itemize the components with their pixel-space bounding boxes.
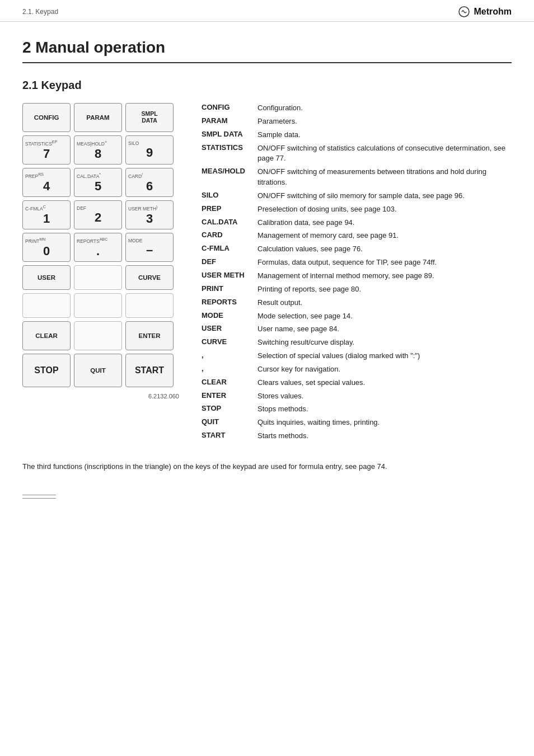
footer-text: The third functions (inscriptions in the… bbox=[22, 461, 504, 472]
desc-value: Result output. bbox=[257, 298, 512, 308]
desc-key-label: MODE bbox=[202, 311, 252, 320]
key-5[interactable]: CAL.DATA* 5 bbox=[74, 168, 122, 197]
key-user-label: USER bbox=[38, 274, 55, 281]
key-minus-number: – bbox=[146, 244, 153, 256]
desc-row: REPORTSResult output. bbox=[202, 298, 512, 308]
key-dot-top: REPORTSABC bbox=[77, 237, 107, 244]
desc-value: Starts methods. bbox=[257, 431, 512, 442]
key-4-top: PREPRS bbox=[25, 172, 44, 179]
logo-area: Metrohm bbox=[458, 6, 512, 18]
key-curve[interactable]: CURVE bbox=[125, 265, 174, 290]
desc-row: STOPStops methods. bbox=[202, 404, 512, 415]
key-user[interactable]: USER bbox=[22, 265, 71, 290]
key-config[interactable]: CONFIG bbox=[22, 103, 71, 132]
desc-key-label: CURVE bbox=[202, 337, 252, 346]
top-bar: 2.1. Keypad Metrohm bbox=[0, 0, 534, 22]
desc-value: Calibration data, see page 94. bbox=[257, 218, 512, 228]
key-stop-label: STOP bbox=[34, 365, 58, 375]
desc-key-label: SMPL DATA bbox=[202, 130, 252, 138]
keypad-grid: CONFIG PARAM SMPLDATA STATISTICSEP 7 MEA… bbox=[22, 103, 185, 387]
desc-key-label: PRINT bbox=[202, 284, 252, 293]
desc-row: PRINTPrinting of reports, see page 80. bbox=[202, 284, 512, 295]
bottom-rule-1 bbox=[22, 495, 56, 495]
desc-key-label: STOP bbox=[202, 404, 252, 412]
key-enter[interactable]: ENTER bbox=[125, 321, 174, 350]
key-nav-1 bbox=[22, 293, 71, 318]
desc-key-label: STATISTICS bbox=[202, 143, 252, 152]
key-smpl-data[interactable]: SMPLDATA bbox=[125, 103, 174, 132]
key-7-top: STATISTICSEP bbox=[25, 140, 57, 147]
desc-row: PARAMParameters. bbox=[202, 116, 512, 127]
key-param[interactable]: PARAM bbox=[74, 103, 122, 132]
key-9[interactable]: SILO 9 bbox=[125, 135, 174, 165]
bottom-rule-2 bbox=[22, 498, 56, 499]
key-0-top: PRINTMN bbox=[25, 237, 45, 244]
section-title: Keypad bbox=[41, 79, 81, 91]
key-start[interactable]: START bbox=[125, 354, 174, 387]
key-clear-label: CLEAR bbox=[35, 332, 58, 340]
desc-key-label: C-FMLA bbox=[202, 244, 252, 252]
key-5-top: CAL.DATA* bbox=[77, 172, 101, 179]
desc-value: Management of memory card, see page 91. bbox=[257, 231, 512, 241]
key-7-number: 7 bbox=[43, 148, 50, 160]
desc-row: DEFFormulas, data output, sequence for T… bbox=[202, 257, 512, 268]
desc-key-label: REPORTS bbox=[202, 298, 252, 306]
key-param-label: PARAM bbox=[86, 114, 109, 121]
key-8-number: 8 bbox=[95, 148, 101, 160]
desc-row: CURVESwitching result/curve display. bbox=[202, 337, 512, 348]
key-2-top: DEF bbox=[77, 206, 86, 211]
desc-row: MEAS/HOLDON/OFF switching of measurement… bbox=[202, 167, 512, 188]
key-dot[interactable]: REPORTSABC . bbox=[74, 233, 122, 262]
desc-value: Configuration. bbox=[257, 103, 512, 114]
desc-value: Management of internal method memory, se… bbox=[257, 271, 512, 281]
desc-value: Parameters. bbox=[257, 116, 512, 127]
chapter-title: Manual operation bbox=[35, 39, 165, 56]
desc-value: Switching result/curve display. bbox=[257, 337, 512, 348]
desc-value: User name, see page 84. bbox=[257, 324, 512, 335]
key-4-number: 4 bbox=[43, 180, 50, 192]
chapter-number: 2 bbox=[22, 39, 31, 56]
key-3-top: USER METH) bbox=[128, 205, 157, 212]
key-clear[interactable]: CLEAR bbox=[22, 321, 71, 350]
desc-key-label: CARD bbox=[202, 231, 252, 239]
key-6-number: 6 bbox=[146, 180, 153, 192]
key-empty-2 bbox=[74, 321, 122, 350]
key-0[interactable]: PRINTMN 0 bbox=[22, 233, 71, 262]
desc-row: STATISTICSON/OFF switching of statistics… bbox=[202, 143, 512, 165]
key-4[interactable]: PREPRS 4 bbox=[22, 168, 71, 197]
key-empty-1 bbox=[74, 265, 122, 290]
desc-row: SILOON/OFF switching of silo memory for … bbox=[202, 191, 512, 201]
desc-key-label: DEF bbox=[202, 257, 252, 266]
desc-row: USERUser name, see page 84. bbox=[202, 324, 512, 335]
desc-key-label: , bbox=[202, 364, 252, 373]
key-6[interactable]: CARD/ 6 bbox=[125, 168, 174, 197]
key-1[interactable]: C-FMLAC 1 bbox=[22, 200, 71, 229]
desc-key-label: USER bbox=[202, 324, 252, 332]
desc-value: Printing of reports, see page 80. bbox=[257, 284, 512, 295]
desc-value: Stops methods. bbox=[257, 404, 512, 415]
key-9-number: 9 bbox=[146, 147, 153, 159]
desc-row: STARTStarts methods. bbox=[202, 431, 512, 442]
key-stop[interactable]: STOP bbox=[22, 354, 71, 387]
key-nav-3 bbox=[125, 293, 174, 318]
section-number: 2.1 bbox=[22, 79, 38, 91]
desc-value: Stores values. bbox=[257, 391, 512, 402]
key-2[interactable]: DEF 2 bbox=[74, 200, 122, 229]
desc-row: CAL.DATACalibration data, see page 94. bbox=[202, 218, 512, 228]
desc-row: ,Selection of special values (dialog mar… bbox=[202, 351, 512, 361]
key-3[interactable]: USER METH) 3 bbox=[125, 200, 174, 229]
key-8[interactable]: MEAS|HOLD+ 8 bbox=[74, 135, 122, 165]
key-7[interactable]: STATISTICSEP 7 bbox=[22, 135, 71, 165]
main-content: 2 Manual operation 2.1 Keypad CONFIG PAR… bbox=[0, 22, 534, 521]
key-quit-label: QUIT bbox=[90, 367, 105, 374]
key-quit[interactable]: QUIT bbox=[74, 354, 122, 387]
desc-row: CLEARClears values, set special values. bbox=[202, 378, 512, 388]
key-config-label: CONFIG bbox=[34, 114, 59, 121]
desc-key-label: SILO bbox=[202, 191, 252, 199]
desc-row: CONFIGConfiguration. bbox=[202, 103, 512, 114]
description-table: CONFIGConfiguration.PARAMParameters.SMPL… bbox=[202, 103, 512, 444]
figure-number: 6.2132.060 bbox=[22, 393, 185, 400]
key-minus[interactable]: MODE – bbox=[125, 233, 174, 262]
keypad-layout: CONFIG PARAM SMPLDATA STATISTICSEP 7 MEA… bbox=[22, 103, 512, 444]
section-heading: 2.1 Keypad bbox=[22, 79, 512, 92]
